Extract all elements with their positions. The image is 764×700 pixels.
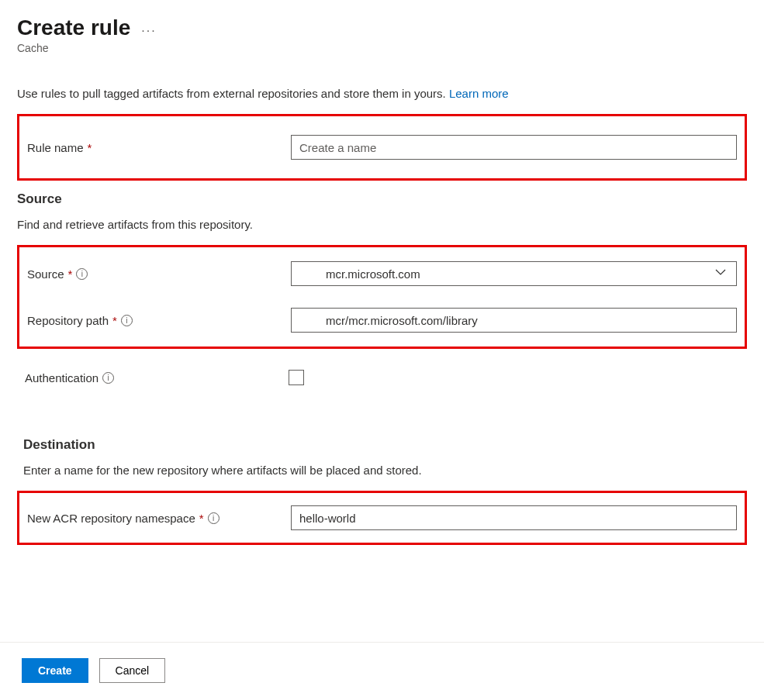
learn-more-link[interactable]: Learn more	[449, 87, 509, 100]
namespace-label-text: New ACR repository namespace	[27, 512, 195, 525]
source-label: Source * i	[27, 267, 291, 281]
footer: Create Cancel	[0, 642, 764, 700]
page-title: Create rule	[17, 16, 130, 40]
auth-label: Authentication i	[25, 371, 289, 384]
destination-highlight: New ACR repository namespace * i	[17, 491, 747, 545]
create-button[interactable]: Create	[22, 658, 88, 683]
page-subtitle: Cache	[17, 42, 747, 54]
destination-desc: Enter a name for the new repository wher…	[23, 464, 747, 477]
required-asterisk: *	[88, 141, 92, 154]
intro-body: Use rules to pull tagged artifacts from …	[17, 87, 449, 100]
destination-heading: Destination	[23, 437, 747, 453]
rule-name-label: Rule name *	[27, 141, 291, 154]
rule-name-highlight: Rule name *	[17, 114, 747, 181]
source-highlight: Source * i Repository path * i	[17, 245, 747, 349]
source-desc: Find and retrieve artifacts from this re…	[17, 218, 747, 231]
source-select[interactable]	[291, 261, 737, 286]
info-icon[interactable]: i	[121, 315, 133, 326]
namespace-input[interactable]	[291, 505, 737, 530]
repo-path-input[interactable]	[291, 308, 737, 333]
info-icon[interactable]: i	[208, 512, 220, 524]
rule-name-input[interactable]	[291, 135, 737, 160]
more-actions-icon[interactable]: ···	[141, 18, 156, 38]
repo-path-label-text: Repository path	[27, 314, 109, 327]
namespace-label: New ACR repository namespace * i	[27, 512, 291, 525]
source-heading: Source	[17, 191, 747, 207]
intro-text: Use rules to pull tagged artifacts from …	[17, 87, 747, 100]
required-asterisk: *	[68, 267, 73, 281]
auth-checkbox[interactable]	[289, 370, 304, 385]
required-asterisk: *	[199, 512, 204, 525]
auth-label-text: Authentication	[25, 371, 99, 384]
info-icon[interactable]: i	[76, 268, 88, 280]
cancel-button[interactable]: Cancel	[99, 658, 166, 683]
rule-name-label-text: Rule name	[27, 141, 84, 154]
repo-path-label: Repository path * i	[27, 314, 291, 327]
info-icon[interactable]: i	[102, 372, 114, 384]
source-label-text: Source	[27, 267, 64, 281]
required-asterisk: *	[112, 314, 117, 327]
